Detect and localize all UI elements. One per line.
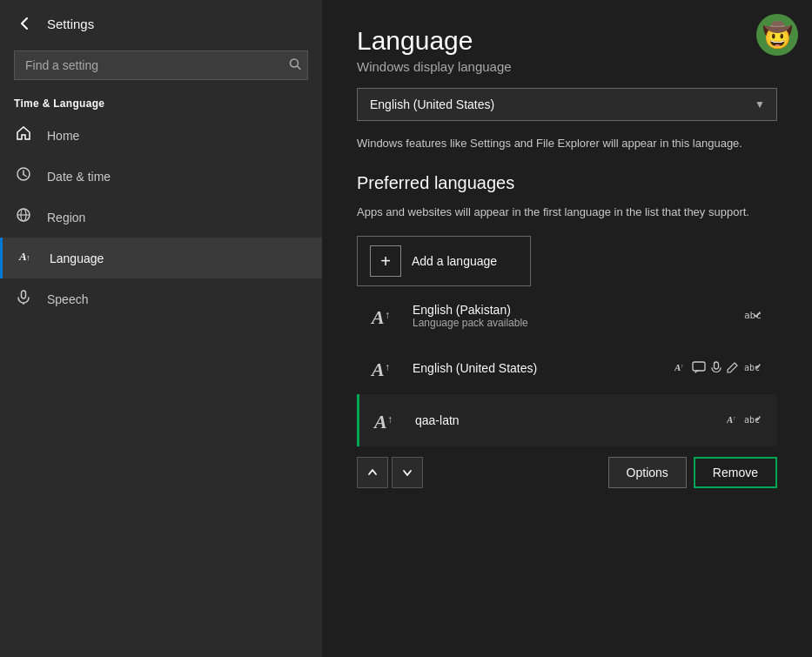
add-language-label: Add a language [412,254,497,268]
sidebar-item-date-time[interactable]: Date & time [0,156,322,197]
badge-text-qaa: A ↑ [727,413,739,428]
display-lang-description: Windows features like Settings and File … [357,135,777,152]
svg-text:↑: ↑ [385,309,390,321]
search-icon-button[interactable] [289,58,301,73]
display-language-dropdown-wrapper: English (United States) ▼ [357,88,777,121]
lang-sub-en-pk: Language pack available [413,317,732,329]
badge-abc-check-en-pk: abc [744,307,765,325]
preferred-description: Apps and websites will appear in the fir… [357,204,777,221]
badge-mic-en-us [711,361,721,376]
sidebar-item-region[interactable]: Region [0,197,322,238]
svg-text:abc: abc [744,310,762,321]
badge-pen-en-us [727,361,739,376]
move-buttons [357,457,423,488]
svg-text:↑: ↑ [733,415,736,421]
lang-icon-qaa-latn: A ↑ [372,405,403,436]
options-button[interactable]: Options [608,457,687,488]
svg-text:↑: ↑ [681,363,684,369]
lang-badges-en-pk: abc [744,307,765,325]
language-item-qaa-latn[interactable]: A ↑ qaa-latn A ↑ abc [357,394,777,446]
sidebar-item-date-time-label: Date & time [47,170,111,184]
badge-abc-en-us: abc [744,361,765,376]
sidebar-header: Settings [0,0,322,47]
sidebar-item-language[interactable]: A ↑ Language [0,238,322,278]
windows-display-lang-heading: Windows display language [357,59,777,74]
badge-chat-en-us [692,361,706,376]
main-content: 🤠 Language Windows display language Engl… [322,0,812,657]
sidebar-item-speech[interactable]: Speech [0,278,322,319]
search-input[interactable] [14,50,308,80]
svg-rect-20 [715,362,719,369]
avatar-image: 🤠 [756,14,798,56]
language-actions: Options Remove [357,457,777,488]
move-down-button[interactable] [392,457,423,488]
plus-icon: + [370,245,401,277]
lang-name-qaa-latn: qaa-latn [415,413,715,427]
sidebar-item-home-label: Home [47,129,79,143]
lang-text-en-pk: English (Pakistan) Language pack availab… [413,303,732,329]
search-box [14,50,308,80]
preferred-languages-heading: Preferred languages [357,173,777,193]
language-item-en-pk[interactable]: A ↑ English (Pakistan) Language pack ava… [357,290,777,342]
lang-badges-en-us: A ↑ [674,361,765,376]
lang-icon-en-us: A ↑ [369,352,400,384]
move-up-button[interactable] [357,457,388,488]
region-icon [14,207,33,227]
sidebar-item-speech-label: Speech [47,292,88,306]
svg-text:A: A [370,306,385,328]
svg-text:A: A [370,359,385,380]
clock-icon [14,166,33,186]
microphone-icon [14,289,33,309]
svg-text:↑: ↑ [26,253,30,262]
section-label: Time & Language [0,91,322,115]
lang-badges-qaa-latn: A ↑ abc [727,413,765,428]
lang-text-en-us: English (United States) [413,361,662,375]
svg-text:A: A [372,411,387,432]
lang-icon-en-pk: A ↑ [369,300,400,332]
lang-name-en-us: English (United States) [413,361,662,375]
display-language-select[interactable]: English (United States) [357,88,777,121]
badge-abc-qaa: abc [744,413,765,428]
badge-text-en-us: A ↑ [674,361,687,376]
back-button[interactable] [14,12,37,35]
sidebar-nav: Home Date & time Region [0,115,322,319]
svg-rect-19 [693,362,705,371]
sidebar-item-home[interactable]: Home [0,115,322,156]
home-icon [14,125,33,145]
language-item-en-us[interactable]: A ↑ English (United States) A ↑ [357,342,777,394]
svg-rect-10 [22,291,26,298]
svg-line-1 [298,66,301,70]
sidebar: Settings Time & Language Home [0,0,322,657]
svg-text:↑: ↑ [385,361,390,373]
remove-button[interactable]: Remove [694,457,777,488]
language-list: A ↑ English (Pakistan) Language pack ava… [357,290,777,446]
avatar: 🤠 [756,14,798,56]
action-buttons: Options Remove [608,457,777,488]
svg-line-4 [23,175,26,177]
add-language-button[interactable]: + Add a language [357,236,531,286]
sidebar-title: Settings [47,17,94,31]
page-title: Language [357,26,777,56]
lang-text-qaa-latn: qaa-latn [415,413,715,427]
language-icon: A ↑ [17,248,36,268]
sidebar-item-language-label: Language [50,251,104,265]
lang-name-en-pk: English (Pakistan) [413,303,732,317]
svg-text:↑: ↑ [387,413,393,426]
sidebar-item-region-label: Region [47,211,85,225]
